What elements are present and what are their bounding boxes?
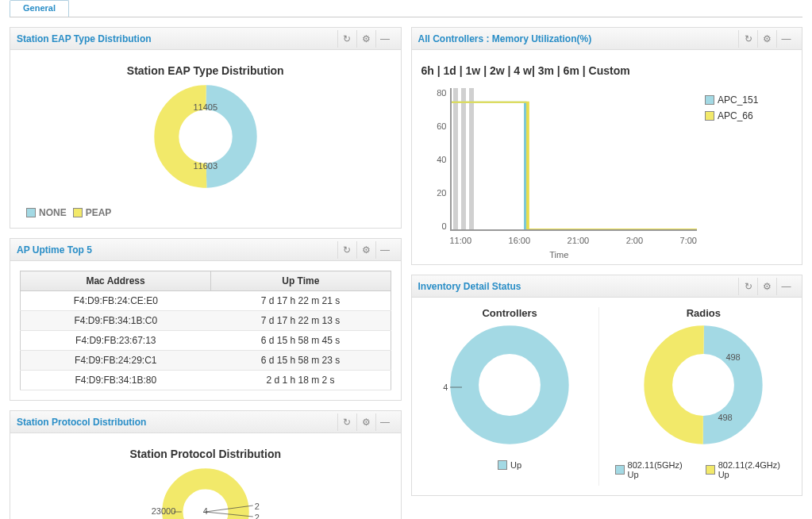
panel-memory: All Controllers : Memory Utilization(%) … bbox=[411, 27, 803, 265]
tab-bar: General bbox=[10, 0, 802, 17]
panel-title-memory: All Controllers : Memory Utilization(%) bbox=[418, 33, 592, 44]
table-row[interactable]: F4:D9:FB:24:29:C16 d 15 h 58 m 23 s bbox=[21, 351, 391, 371]
x-axis: 11:00 16:00 21:00 2:00 7:00 bbox=[450, 236, 698, 245]
panel-title-protocol: Station Protocol Distribution bbox=[17, 417, 146, 428]
gear-icon[interactable]: ⚙ bbox=[356, 413, 375, 431]
svg-line-4 bbox=[206, 512, 253, 517]
controllers-donut: 4 bbox=[450, 325, 569, 452]
panel-protocol: Station Protocol Distribution ↻ ⚙ — Stat… bbox=[10, 410, 402, 519]
cell-mac: F4:D9:FB:34:1B:80 bbox=[21, 371, 211, 390]
minimize-icon[interactable]: — bbox=[776, 278, 795, 295]
panel-uptime: AP Uptime Top 5 ↻ ⚙ — Mac Address Up Tim… bbox=[10, 238, 402, 401]
refresh-icon[interactable]: ↻ bbox=[738, 30, 757, 48]
panel-title-eap: Station EAP Type Distribution bbox=[17, 33, 152, 44]
minimize-icon[interactable]: — bbox=[375, 241, 394, 259]
table-row[interactable]: F4:D9:FB:34:1B:C07 d 17 h 22 m 13 s bbox=[21, 311, 391, 331]
cell-mac: F4:D9:FB:34:1B:C0 bbox=[21, 311, 211, 331]
gear-icon[interactable]: ⚙ bbox=[757, 278, 776, 295]
table-row[interactable]: F4:D9:FB:24:CE:E07 d 17 h 22 m 21 s bbox=[21, 291, 391, 311]
panel-title-inventory: Inventory Detail Status bbox=[418, 281, 521, 292]
memory-legend: APC_151 APC_66 bbox=[705, 94, 792, 121]
cell-mac: F4:D9:FB:24:CE:E0 bbox=[21, 291, 211, 311]
time-range-bar[interactable]: 6h | 1d | 1w | 2w | 4 w| 3m | 6m | Custo… bbox=[421, 64, 793, 77]
minimize-icon[interactable]: — bbox=[375, 30, 394, 48]
cell-mac: F4:D9:FB:23:67:13 bbox=[21, 331, 211, 351]
legend-radios-24g: 802.11(2.4GHz) Up bbox=[718, 460, 792, 479]
radios-donut: 498 498 bbox=[644, 325, 763, 452]
table-row[interactable]: F4:D9:FB:34:1B:802 d 1 h 18 m 2 s bbox=[21, 371, 391, 390]
tab-general[interactable]: General bbox=[10, 0, 69, 17]
radios-bottom: 498 bbox=[718, 413, 732, 422]
minimize-icon[interactable]: — bbox=[375, 413, 394, 431]
eap-donut: 11405 11603 bbox=[20, 85, 391, 196]
cell-mac: F4:D9:FB:24:29:C1 bbox=[21, 351, 211, 371]
uptime-th-uptime[interactable]: Up Time bbox=[211, 271, 391, 291]
line-plot bbox=[450, 88, 698, 231]
refresh-icon[interactable]: ↻ bbox=[337, 241, 356, 259]
refresh-icon[interactable]: ↻ bbox=[337, 30, 356, 48]
legend-peap: PEAP bbox=[86, 207, 112, 218]
eap-legend: NONE PEAP bbox=[20, 207, 391, 218]
radios-top: 498 bbox=[725, 352, 740, 362]
gear-icon[interactable]: ⚙ bbox=[356, 30, 375, 48]
protocol-chart-title: Station Protocol Distribution bbox=[20, 448, 391, 460]
eap-value-peap: 11603 bbox=[193, 161, 217, 171]
gear-icon[interactable]: ⚙ bbox=[356, 241, 375, 259]
x-label: Time bbox=[421, 250, 698, 260]
controllers-value: 4 bbox=[443, 383, 448, 392]
cell-uptime: 6 d 15 h 58 m 23 s bbox=[211, 351, 391, 371]
refresh-icon[interactable]: ↻ bbox=[738, 278, 757, 295]
table-row[interactable]: F4:D9:FB:23:67:136 d 15 h 58 m 45 s bbox=[21, 331, 391, 351]
panel-eap: Station EAP Type Distribution ↻ ⚙ — Stat… bbox=[10, 27, 402, 229]
eap-chart-title: Station EAP Type Distribution bbox=[20, 64, 391, 77]
legend-apc151: APC_151 bbox=[718, 94, 758, 106]
legend-none: NONE bbox=[39, 207, 67, 218]
uptime-th-mac[interactable]: Mac Address bbox=[21, 271, 211, 291]
svg-line-3 bbox=[206, 506, 253, 512]
panel-inventory: Inventory Detail Status ↻ ⚙ — Controller… bbox=[411, 275, 803, 496]
gear-icon[interactable]: ⚙ bbox=[757, 30, 776, 48]
cell-uptime: 7 d 17 h 22 m 13 s bbox=[211, 311, 391, 331]
protocol-donut: 23000 4 2 2 bbox=[20, 468, 391, 519]
cell-uptime: 6 d 15 h 58 m 45 s bbox=[211, 331, 391, 351]
minimize-icon[interactable]: — bbox=[776, 30, 795, 48]
legend-apc66: APC_66 bbox=[718, 110, 753, 121]
refresh-icon[interactable]: ↻ bbox=[337, 413, 356, 431]
cell-uptime: 2 d 1 h 18 m 2 s bbox=[211, 371, 391, 390]
legend-controllers-up: Up bbox=[510, 460, 521, 470]
controllers-title: Controllers bbox=[482, 307, 537, 319]
uptime-table: Mac Address Up Time F4:D9:FB:24:CE:E07 d… bbox=[20, 271, 391, 390]
panel-title-uptime: AP Uptime Top 5 bbox=[17, 244, 92, 256]
cell-uptime: 7 d 17 h 22 m 21 s bbox=[211, 291, 391, 311]
radios-title: Radios bbox=[687, 307, 721, 319]
legend-radios-5g: 802.11(5GHz) Up bbox=[628, 460, 695, 479]
y-axis: 80 60 40 20 0 bbox=[421, 88, 447, 231]
eap-value-none: 11405 bbox=[193, 102, 217, 112]
